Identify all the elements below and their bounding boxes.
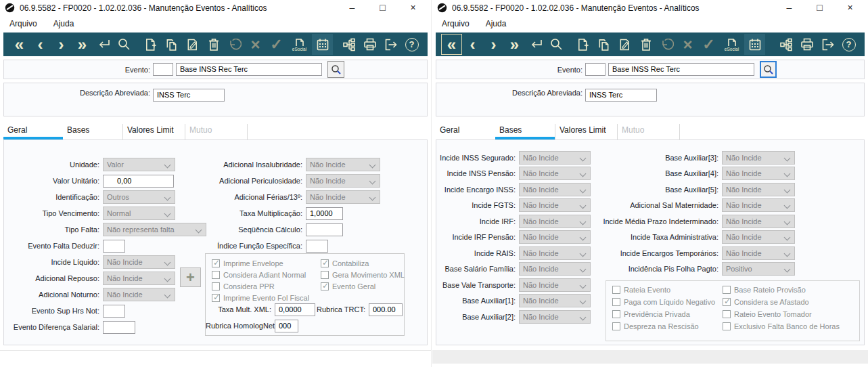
evento-code-input[interactable] [585,63,606,76]
close-button[interactable]: × [835,1,865,16]
tab-valores-limit[interactable]: Valores Limit [122,124,185,139]
checkbox-imprime-envelope[interactable]: Imprime Envelope [212,257,309,269]
checkbox-exclusivo-falta-banco-de-horas[interactable]: Exclusivo Falta Banco de Horas [723,320,840,332]
taxa-multiplicacao-input[interactable]: 1,0000 [306,207,343,220]
hierarchy-button[interactable] [338,34,359,55]
delete-button[interactable] [203,34,224,55]
edit-button[interactable] [614,34,635,55]
exit-button[interactable] [380,34,401,55]
help-button[interactable]: ? [401,34,422,55]
adicional-ferias-13-dropdown[interactable]: Não Incide [306,190,380,204]
tab-geral[interactable]: Geral [436,124,495,139]
new-record-button[interactable] [572,34,593,55]
previous-record-button[interactable]: ‹ [30,34,51,55]
minimize-button[interactable]: – [774,1,804,16]
evento-search-button[interactable] [327,61,344,78]
base-auxiliar-1-dropdown[interactable]: Não Incide [519,294,591,307]
unidade-dropdown[interactable]: Valor [103,158,175,171]
tab-geral[interactable]: Geral [3,124,63,139]
confirm-button[interactable]: ✓ [698,34,719,55]
taxa-mult-xml-input[interactable]: 0,0000 [275,303,315,316]
tab-bases[interactable]: Bases [495,124,555,139]
checkbox-considera-adiant-normal[interactable]: Considera Adiant Normal [212,269,309,280]
undo-button[interactable] [224,34,245,55]
menu-ajuda[interactable]: Ajuda [486,19,507,28]
adicional-periculosidade-dropdown[interactable]: Não Incide [306,174,380,188]
incide-irf-dropdown[interactable]: Não Incide [519,215,591,228]
evento-diferenca-salarial-input[interactable] [103,321,135,334]
new-record-button[interactable] [140,34,161,55]
cancel-button[interactable]: × [245,34,266,55]
base-auxiliar-3-dropdown[interactable]: Não Incide [722,151,795,165]
tab-mutuo[interactable]: Mutuo [617,124,679,139]
copy-button[interactable] [593,34,614,55]
esocial-button[interactable]: eSocial [287,34,312,55]
delete-button[interactable] [635,34,656,55]
last-record-button[interactable]: » [504,34,525,55]
close-button[interactable]: × [398,1,428,16]
checkbox-rateia-evento[interactable]: Rateia Evento [612,284,715,296]
incide-liquido-dropdown[interactable]: Não Incide [103,255,175,269]
checkbox-base-rateio-provisao[interactable]: Base Rateio Provisão [723,284,840,296]
first-record-button[interactable]: « [441,34,462,55]
rubrica-homolognet-input[interactable]: 000 [275,320,298,332]
adicional-insalubridade-dropdown[interactable]: Não Incide [306,158,380,171]
checkbox-paga-com-liquido-negativo[interactable]: Paga com Líquido Negativo [612,296,715,308]
base-auxiliar-5-dropdown[interactable]: Não Incide [722,183,795,196]
calendar-button[interactable] [744,34,765,55]
identificacao-dropdown[interactable]: Outros [103,190,175,204]
print-button[interactable] [359,34,380,55]
maximize-button[interactable]: □ [367,1,398,16]
checkbox-evento-geral[interactable]: Evento Geral [321,280,405,292]
base-salario-familia-dropdown[interactable]: Não Incide [519,262,591,276]
evento-name-input[interactable]: Base INSS Rec Terc [176,63,322,76]
esocial-button[interactable]: eSocial [719,34,744,55]
base-vale-transporte-dropdown[interactable]: Não Incide [519,278,591,292]
calendar-button[interactable] [312,34,333,55]
descricao-input[interactable]: INSS Terc [153,89,225,102]
evento-falta-deduzir-input[interactable] [103,240,125,253]
edit-button[interactable] [182,34,203,55]
checkbox-considera-se-afastado[interactable]: Considera se Afastado [723,296,840,308]
cancel-button[interactable]: × [677,34,698,55]
menu-arquivo[interactable]: Arquivo [442,19,470,28]
incide-media-prazo-indeterminado-dropdown[interactable]: Não Incide [722,215,795,228]
minimize-button[interactable]: – [337,1,367,16]
search-toolbar-button[interactable] [114,34,135,55]
base-auxiliar-2-dropdown[interactable]: Não Incide [519,310,591,324]
evento-name-input[interactable]: Base INSS Rec Terc [608,63,754,76]
maximize-button[interactable]: □ [804,1,835,16]
checkbox-previdencia-privada[interactable]: Previdência Privada [612,308,715,320]
hierarchy-button[interactable] [775,34,796,55]
copy-button[interactable] [161,34,182,55]
first-record-button[interactable]: « [9,34,30,55]
menu-ajuda[interactable]: Ajuda [53,19,74,28]
incide-inss-segurado-dropdown[interactable]: Não Incide [519,151,591,165]
adicional-sal-maternidade-dropdown[interactable]: Não Incide [722,198,795,212]
undo-button[interactable] [656,34,677,55]
evento-sup-hrs-not-input[interactable] [103,305,125,318]
last-record-button[interactable]: » [72,34,93,55]
previous-record-button[interactable]: ‹ [462,34,483,55]
valor-unitario-input[interactable]: 0,00 [103,175,174,188]
descricao-input[interactable]: INSS Terc [585,89,657,102]
go-to-button[interactable] [525,34,546,55]
menu-arquivo[interactable]: Arquivo [9,19,37,28]
next-record-button[interactable]: › [51,34,72,55]
tipo-vencimento-dropdown[interactable]: Normal [103,207,175,220]
tab-valores-limit[interactable]: Valores Limit [555,124,617,139]
checkbox-gera-movimento-xml[interactable]: Gera Movimento XML [321,269,405,280]
tipo-falta-dropdown[interactable]: Não representa falta [103,223,206,236]
checkbox-contabiliza[interactable]: Contabiliza [321,257,405,269]
checkbox-despreza-na-rescisao[interactable]: Despreza na Rescisão [612,320,715,332]
print-button[interactable] [796,34,817,55]
go-to-button[interactable] [93,34,114,55]
adicional-noturno-dropdown[interactable]: Não Incide [103,288,175,301]
indice-funcao-especifica-input[interactable] [306,240,328,253]
search-toolbar-button[interactable] [546,34,567,55]
checkbox-considera-ppr[interactable]: Considera PPR [212,280,309,292]
tab-mutuo[interactable]: Mutuo [185,124,247,139]
rubrica-trct-input[interactable]: 000.00 [369,303,403,316]
incide-rais-dropdown[interactable]: Não Incide [519,246,591,260]
incide-encargo-inss-dropdown[interactable]: Não Incide [519,183,591,196]
